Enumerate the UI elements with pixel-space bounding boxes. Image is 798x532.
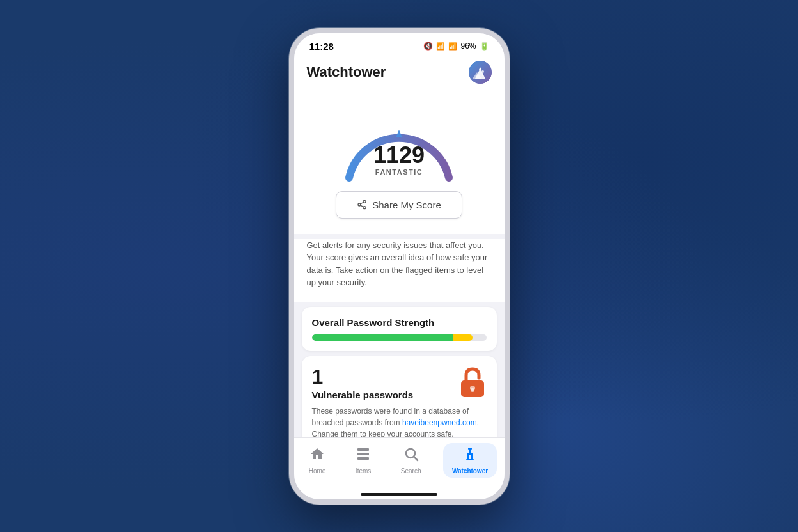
vulnerable-passwords-card[interactable]: 1 Vulnerable passwords These passwords w… [302, 356, 497, 437]
svg-rect-14 [471, 388, 474, 392]
nav-item-items[interactable]: Items [348, 444, 379, 477]
unlock-lock-icon [458, 366, 487, 403]
svg-marker-6 [396, 130, 402, 137]
gauge-score: 1129 [373, 144, 425, 167]
gauge-label: FANTASTIC [373, 168, 425, 176]
items-icon [356, 446, 371, 465]
gauge-container: 1129 FANTASTIC [335, 104, 463, 181]
items-nav-label: Items [356, 467, 371, 474]
search-icon [403, 446, 419, 465]
home-icon [309, 446, 325, 465]
share-button-label: Share My Score [372, 199, 441, 210]
svg-rect-20 [468, 448, 472, 450]
svg-rect-22 [467, 453, 473, 454]
nav-item-home[interactable]: Home [301, 444, 334, 477]
description-text: Get alerts for any security issues that … [294, 239, 505, 302]
nav-item-search[interactable]: Search [393, 444, 429, 477]
svg-rect-16 [357, 453, 369, 455]
mute-icon: 🔇 [423, 42, 433, 51]
scroll-content[interactable]: 1129 FANTASTIC Share My Score Get alerts… [294, 91, 505, 437]
battery-icon: 🔋 [480, 42, 489, 51]
svg-rect-17 [357, 457, 369, 460]
svg-line-19 [414, 457, 418, 460]
svg-point-4 [481, 70, 484, 73]
watchtower-icon [462, 446, 478, 465]
wifi-icon: 📶 [436, 42, 445, 51]
gauge-text: 1129 FANTASTIC [373, 144, 425, 176]
battery-label: 96% [460, 42, 476, 51]
status-bar: 11:28 🔇 📶 📶 96% 🔋 [294, 33, 505, 56]
status-time: 11:28 [309, 41, 334, 52]
avatar[interactable] [469, 61, 492, 84]
app-header: Watchtower [294, 56, 505, 91]
phone-frame: 11:28 🔇 📶 📶 96% 🔋 Watchtower [289, 28, 510, 505]
vulnerable-description: These passwords were found in a database… [312, 405, 487, 437]
share-my-score-button[interactable]: Share My Score [336, 191, 462, 219]
svg-rect-24 [471, 454, 473, 459]
password-strength-card[interactable]: Overall Password Strength [302, 307, 497, 351]
signal-icon: 📶 [448, 42, 457, 51]
nav-item-watchtower[interactable]: Watchtower [443, 443, 497, 478]
svg-rect-15 [357, 448, 369, 451]
description-paragraph: Get alerts for any security issues that … [307, 239, 492, 289]
status-icons: 🔇 📶 📶 96% 🔋 [423, 42, 489, 51]
haveibeenpwned-link[interactable]: haveibeenpwned.com [402, 418, 477, 427]
gauge-section: 1129 FANTASTIC Share My Score [294, 91, 505, 234]
search-nav-label: Search [401, 467, 421, 474]
app-title: Watchtower [307, 64, 386, 81]
bottom-nav: Home Items Search [294, 437, 505, 490]
svg-rect-23 [467, 454, 469, 459]
svg-line-10 [361, 205, 364, 207]
svg-line-11 [361, 202, 364, 204]
svg-rect-25 [466, 459, 474, 460]
progress-bar-fill [312, 334, 473, 341]
home-indicator [361, 493, 437, 496]
progress-bar-background [312, 334, 487, 341]
watchtower-nav-label: Watchtower [452, 467, 488, 474]
home-nav-label: Home [309, 467, 326, 474]
password-strength-title: Overall Password Strength [312, 317, 487, 328]
